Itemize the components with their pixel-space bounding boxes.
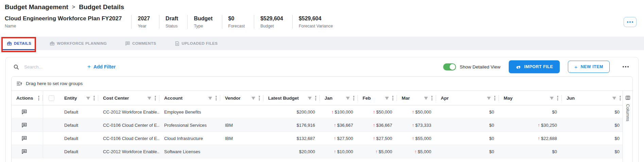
add-filter-button[interactable]: + Add Filter bbox=[85, 64, 118, 70]
column-header-actions[interactable]: Actions bbox=[12, 91, 43, 105]
cell-may[interactable]: ↑$30,250 bbox=[499, 119, 562, 131]
cell-apr[interactable]: $0 bbox=[436, 105, 499, 118]
cell-jun[interactable]: $0 bbox=[562, 105, 623, 118]
cell-account[interactable]: Employee Benefits bbox=[159, 105, 220, 118]
cell-mar[interactable]: ↑$50,000 bbox=[397, 105, 436, 118]
filter-icon[interactable] bbox=[251, 96, 256, 100]
cell-vendor[interactable] bbox=[220, 105, 263, 118]
header-more-button[interactable] bbox=[624, 17, 637, 27]
cell-cost_center[interactable]: CC-2012 Workforce Enable... bbox=[98, 105, 159, 118]
cell-mar[interactable]: ↑$55,000 bbox=[397, 132, 436, 145]
kebab-menu-icon[interactable] bbox=[620, 96, 621, 101]
kebab-menu-icon[interactable] bbox=[38, 96, 39, 101]
cell-entity[interactable]: Default bbox=[59, 145, 98, 158]
import-file-button[interactable]: IMPORT FILE bbox=[509, 60, 560, 73]
cell-latest_budget[interactable]: $20,000 bbox=[263, 145, 320, 158]
cell-actions[interactable] bbox=[12, 119, 43, 131]
cell-jun[interactable]: $0 bbox=[562, 145, 623, 158]
cell-select[interactable] bbox=[43, 105, 59, 118]
kebab-menu-icon[interactable] bbox=[353, 96, 354, 101]
cell-vendor[interactable]: IBM bbox=[220, 119, 263, 131]
cell-apr[interactable]: $0 bbox=[436, 145, 499, 158]
cell-select[interactable] bbox=[43, 132, 59, 145]
cell-cost_center[interactable]: CC-2012 Workforce Enable... bbox=[98, 145, 159, 158]
kebab-menu-icon[interactable] bbox=[557, 96, 558, 101]
filter-icon[interactable] bbox=[147, 96, 152, 100]
column-header-latest_budget[interactable]: Latest Budget bbox=[263, 91, 320, 105]
comment-button[interactable] bbox=[21, 108, 28, 116]
column-header-apr[interactable]: Apr bbox=[436, 91, 499, 105]
filter-icon[interactable] bbox=[487, 96, 491, 100]
cell-jan[interactable]: ↑$10,000 bbox=[320, 145, 358, 158]
filter-icon[interactable] bbox=[550, 96, 554, 100]
cell-apr[interactable]: $0 bbox=[436, 119, 499, 131]
cell-jun[interactable]: $0 bbox=[562, 119, 623, 131]
show-detailed-view-toggle[interactable] bbox=[443, 63, 456, 70]
cell-select[interactable] bbox=[43, 119, 59, 131]
filter-icon[interactable] bbox=[86, 96, 90, 100]
filter-icon[interactable] bbox=[424, 96, 428, 100]
kebab-menu-icon[interactable] bbox=[93, 96, 95, 101]
cell-vendor[interactable] bbox=[220, 145, 263, 158]
cell-entity[interactable]: Default bbox=[59, 105, 98, 118]
filter-icon[interactable] bbox=[208, 96, 212, 100]
cell-latest_budget[interactable]: $200,000 bbox=[263, 105, 320, 118]
cell-jan[interactable]: ↑$36,667 bbox=[320, 119, 358, 131]
toolbar-more-button[interactable] bbox=[621, 66, 631, 68]
kebab-menu-icon[interactable] bbox=[215, 96, 217, 101]
cell-feb[interactable]: ↑$50,000 bbox=[358, 105, 397, 118]
cell-feb[interactable]: ↑$27,500 bbox=[358, 132, 397, 145]
cell-mar[interactable]: ↑$73,333 bbox=[397, 119, 436, 131]
column-header-vendor[interactable]: Vendor bbox=[220, 91, 263, 105]
row-group-dropzone[interactable]: Drag here to set row groups bbox=[12, 77, 632, 91]
tab-workforce-planning[interactable]: WORKFORCE PLANNING bbox=[45, 37, 111, 50]
cell-latest_budget[interactable]: $132,687 bbox=[263, 132, 320, 145]
select-all-checkbox[interactable] bbox=[49, 95, 54, 101]
cell-jan[interactable]: ↑$27,500 bbox=[320, 132, 358, 145]
cell-actions[interactable] bbox=[12, 105, 43, 118]
kebab-menu-icon[interactable] bbox=[494, 96, 495, 101]
cell-jun[interactable]: $0 bbox=[562, 132, 623, 145]
comment-button[interactable] bbox=[21, 148, 28, 155]
cell-account[interactable]: Software Licenses bbox=[159, 145, 220, 158]
search-input[interactable] bbox=[23, 64, 76, 70]
kebab-menu-icon[interactable] bbox=[259, 96, 260, 101]
filter-icon[interactable] bbox=[612, 96, 616, 100]
cell-latest_budget[interactable]: $176,916 bbox=[263, 119, 320, 131]
cell-cost_center[interactable]: CC-0106 Cloud Center of E... bbox=[98, 132, 159, 145]
column-header-entity[interactable]: Entity bbox=[59, 91, 98, 105]
new-item-button[interactable]: + NEW ITEM bbox=[568, 61, 610, 73]
cell-jan[interactable]: ↑$100,000 bbox=[320, 105, 358, 118]
tab-details[interactable]: DETAILS bbox=[2, 37, 36, 50]
kebab-menu-icon[interactable] bbox=[392, 96, 394, 101]
filter-icon[interactable] bbox=[385, 96, 389, 100]
cell-account[interactable]: Cloud Infrastructure bbox=[159, 132, 220, 145]
cell-entity[interactable]: Default bbox=[59, 119, 98, 131]
column-header-jan[interactable]: Jan bbox=[320, 91, 358, 105]
cell-may[interactable]: $0 bbox=[499, 145, 562, 158]
cell-mar[interactable]: ↑$5,000 bbox=[397, 145, 436, 158]
cell-may[interactable]: $0 bbox=[499, 105, 562, 118]
cell-select[interactable] bbox=[43, 145, 59, 158]
column-header-may[interactable]: May bbox=[499, 91, 562, 105]
column-header-mar[interactable]: Mar bbox=[397, 91, 436, 105]
cell-account[interactable]: Professional Services bbox=[159, 119, 220, 131]
cell-may[interactable]: ↑$22,688 bbox=[499, 132, 562, 145]
filter-icon[interactable] bbox=[308, 96, 312, 100]
column-header-feb[interactable]: Feb bbox=[358, 91, 397, 105]
cell-entity[interactable]: Default bbox=[59, 132, 98, 145]
cell-vendor[interactable]: IBM bbox=[220, 132, 263, 145]
tab-uploaded-files[interactable]: UPLOADED FILES bbox=[170, 37, 223, 50]
comment-button[interactable] bbox=[21, 135, 28, 142]
cell-feb[interactable]: ↑$36,667 bbox=[358, 119, 397, 131]
cell-feb[interactable]: ↑$5,000 bbox=[358, 145, 397, 158]
cell-cost_center[interactable]: CC-0106 Cloud Center of E... bbox=[98, 119, 159, 131]
kebab-menu-icon[interactable] bbox=[155, 96, 156, 101]
column-header-cost_center[interactable]: Cost Center bbox=[98, 91, 159, 105]
column-header-jun[interactable]: Jun bbox=[562, 91, 623, 105]
cell-actions[interactable] bbox=[12, 132, 43, 145]
cell-actions[interactable] bbox=[12, 145, 43, 158]
kebab-menu-icon[interactable] bbox=[431, 96, 433, 101]
columns-panel-tab[interactable]: Columns bbox=[623, 91, 632, 162]
kebab-menu-icon[interactable] bbox=[315, 96, 316, 101]
